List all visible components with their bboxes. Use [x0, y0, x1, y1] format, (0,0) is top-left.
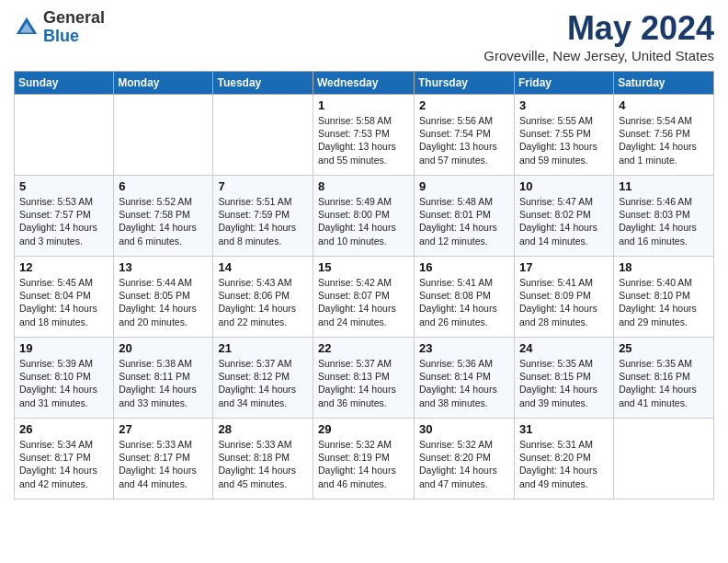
col-header-friday: Friday: [515, 72, 614, 95]
col-header-sunday: Sunday: [15, 72, 114, 95]
day-number: 14: [218, 260, 308, 274]
day-cell: 8Sunrise: 5:49 AM Sunset: 8:00 PM Daylig…: [313, 176, 415, 257]
day-cell: 3Sunrise: 5:55 AM Sunset: 7:55 PM Daylig…: [515, 95, 614, 176]
logo-blue: Blue: [43, 27, 79, 45]
day-info: Sunrise: 5:52 AM Sunset: 7:58 PM Dayligh…: [119, 195, 208, 247]
day-info: Sunrise: 5:56 AM Sunset: 7:54 PM Dayligh…: [419, 114, 509, 167]
col-header-monday: Monday: [114, 72, 213, 95]
day-number: 30: [419, 422, 509, 436]
day-info: Sunrise: 5:37 AM Sunset: 8:13 PM Dayligh…: [318, 357, 409, 409]
day-number: 2: [419, 98, 509, 112]
day-cell: 22Sunrise: 5:37 AM Sunset: 8:13 PM Dayli…: [313, 338, 415, 419]
day-cell: 20Sunrise: 5:38 AM Sunset: 8:11 PM Dayli…: [114, 338, 213, 419]
day-cell: 31Sunrise: 5:31 AM Sunset: 8:20 PM Dayli…: [515, 419, 614, 500]
day-info: Sunrise: 5:35 AM Sunset: 8:16 PM Dayligh…: [619, 357, 709, 409]
day-cell: 29Sunrise: 5:32 AM Sunset: 8:19 PM Dayli…: [313, 419, 415, 500]
day-number: 4: [619, 98, 709, 112]
day-number: 23: [419, 341, 509, 355]
day-number: 21: [218, 341, 308, 355]
day-number: 15: [318, 260, 409, 274]
header-row: SundayMondayTuesdayWednesdayThursdayFrid…: [15, 72, 714, 95]
day-number: 18: [619, 260, 709, 274]
day-info: Sunrise: 5:32 AM Sunset: 8:20 PM Dayligh…: [419, 438, 509, 490]
day-cell: 11Sunrise: 5:46 AM Sunset: 8:03 PM Dayli…: [614, 176, 714, 257]
col-header-wednesday: Wednesday: [313, 72, 415, 95]
day-number: 3: [519, 98, 609, 112]
day-cell: 23Sunrise: 5:36 AM Sunset: 8:14 PM Dayli…: [415, 338, 515, 419]
day-number: 26: [19, 422, 108, 436]
logo: General Blue: [14, 9, 105, 46]
logo-icon: [14, 15, 40, 40]
day-number: 16: [419, 260, 509, 274]
day-number: 31: [519, 422, 609, 436]
day-number: 17: [519, 260, 609, 274]
day-cell: 21Sunrise: 5:37 AM Sunset: 8:12 PM Dayli…: [213, 338, 313, 419]
day-info: Sunrise: 5:37 AM Sunset: 8:12 PM Dayligh…: [218, 357, 308, 409]
week-row-4: 19Sunrise: 5:39 AM Sunset: 8:10 PM Dayli…: [15, 338, 714, 419]
day-cell: [114, 95, 213, 176]
day-number: 10: [519, 179, 609, 193]
day-number: 24: [519, 341, 609, 355]
day-info: Sunrise: 5:54 AM Sunset: 7:56 PM Dayligh…: [619, 114, 709, 167]
location: Groveville, New Jersey, United States: [483, 48, 714, 63]
col-header-saturday: Saturday: [614, 72, 714, 95]
day-number: 20: [119, 341, 208, 355]
day-number: 7: [218, 179, 308, 193]
day-number: 8: [318, 179, 409, 193]
day-number: 1: [318, 98, 409, 112]
day-cell: 24Sunrise: 5:35 AM Sunset: 8:15 PM Dayli…: [515, 338, 614, 419]
day-cell: 13Sunrise: 5:44 AM Sunset: 8:05 PM Dayli…: [114, 257, 213, 338]
week-row-3: 12Sunrise: 5:45 AM Sunset: 8:04 PM Dayli…: [15, 257, 714, 338]
day-info: Sunrise: 5:39 AM Sunset: 8:10 PM Dayligh…: [19, 357, 108, 409]
col-header-thursday: Thursday: [415, 72, 515, 95]
day-cell: 5Sunrise: 5:53 AM Sunset: 7:57 PM Daylig…: [15, 176, 114, 257]
day-cell: 18Sunrise: 5:40 AM Sunset: 8:10 PM Dayli…: [614, 257, 714, 338]
day-info: Sunrise: 5:34 AM Sunset: 8:17 PM Dayligh…: [19, 438, 108, 490]
week-row-2: 5Sunrise: 5:53 AM Sunset: 7:57 PM Daylig…: [15, 176, 714, 257]
day-cell: 9Sunrise: 5:48 AM Sunset: 8:01 PM Daylig…: [415, 176, 515, 257]
day-cell: 16Sunrise: 5:41 AM Sunset: 8:08 PM Dayli…: [415, 257, 515, 338]
day-number: 6: [119, 179, 208, 193]
day-cell: 14Sunrise: 5:43 AM Sunset: 8:06 PM Dayli…: [213, 257, 313, 338]
day-info: Sunrise: 5:55 AM Sunset: 7:55 PM Dayligh…: [519, 114, 609, 167]
col-header-tuesday: Tuesday: [213, 72, 313, 95]
day-info: Sunrise: 5:42 AM Sunset: 8:07 PM Dayligh…: [318, 276, 409, 328]
calendar-table: SundayMondayTuesdayWednesdayThursdayFrid…: [14, 71, 714, 500]
day-number: 29: [318, 422, 409, 436]
day-cell: 7Sunrise: 5:51 AM Sunset: 7:59 PM Daylig…: [213, 176, 313, 257]
month-title: May 2024: [483, 9, 714, 48]
day-info: Sunrise: 5:31 AM Sunset: 8:20 PM Dayligh…: [519, 438, 609, 490]
day-cell: 15Sunrise: 5:42 AM Sunset: 8:07 PM Dayli…: [313, 257, 415, 338]
day-number: 9: [419, 179, 509, 193]
day-cell: [213, 95, 313, 176]
day-info: Sunrise: 5:32 AM Sunset: 8:19 PM Dayligh…: [318, 438, 409, 490]
day-info: Sunrise: 5:47 AM Sunset: 8:02 PM Dayligh…: [519, 195, 609, 247]
day-info: Sunrise: 5:36 AM Sunset: 8:14 PM Dayligh…: [419, 357, 509, 409]
day-cell: 6Sunrise: 5:52 AM Sunset: 7:58 PM Daylig…: [114, 176, 213, 257]
day-number: 12: [19, 260, 108, 274]
day-number: 27: [119, 422, 208, 436]
day-info: Sunrise: 5:44 AM Sunset: 8:05 PM Dayligh…: [119, 276, 208, 328]
day-info: Sunrise: 5:41 AM Sunset: 8:09 PM Dayligh…: [519, 276, 609, 328]
day-cell: 12Sunrise: 5:45 AM Sunset: 8:04 PM Dayli…: [15, 257, 114, 338]
day-number: 5: [19, 179, 108, 193]
day-info: Sunrise: 5:48 AM Sunset: 8:01 PM Dayligh…: [419, 195, 509, 247]
logo-general: General: [43, 8, 105, 27]
logo-text: General Blue: [43, 9, 105, 46]
day-cell: 27Sunrise: 5:33 AM Sunset: 8:17 PM Dayli…: [114, 419, 213, 500]
day-cell: [15, 95, 114, 176]
day-cell: 26Sunrise: 5:34 AM Sunset: 8:17 PM Dayli…: [15, 419, 114, 500]
day-info: Sunrise: 5:49 AM Sunset: 8:00 PM Dayligh…: [318, 195, 409, 247]
page-header: General Blue May 2024 Groveville, New Je…: [14, 9, 714, 63]
day-info: Sunrise: 5:51 AM Sunset: 7:59 PM Dayligh…: [218, 195, 308, 247]
day-cell: 1Sunrise: 5:58 AM Sunset: 7:53 PM Daylig…: [313, 95, 415, 176]
day-number: 11: [619, 179, 709, 193]
week-row-1: 1Sunrise: 5:58 AM Sunset: 7:53 PM Daylig…: [15, 95, 714, 176]
day-number: 13: [119, 260, 208, 274]
day-info: Sunrise: 5:35 AM Sunset: 8:15 PM Dayligh…: [519, 357, 609, 409]
day-info: Sunrise: 5:33 AM Sunset: 8:17 PM Dayligh…: [119, 438, 208, 490]
day-number: 22: [318, 341, 409, 355]
day-info: Sunrise: 5:41 AM Sunset: 8:08 PM Dayligh…: [419, 276, 509, 328]
day-cell: [614, 419, 714, 500]
day-cell: 4Sunrise: 5:54 AM Sunset: 7:56 PM Daylig…: [614, 95, 714, 176]
